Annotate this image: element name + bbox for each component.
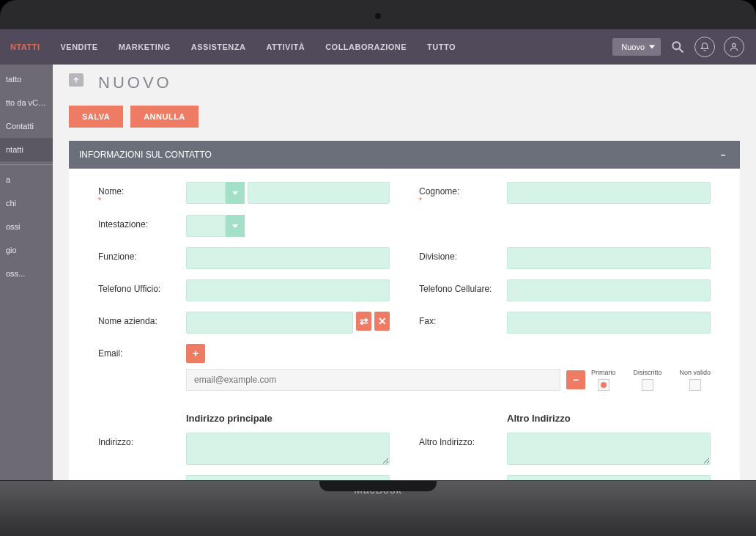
add-email-icon[interactable]: + xyxy=(186,344,205,363)
sidebar-recent-0[interactable]: a xyxy=(0,168,53,191)
notifications-icon[interactable] xyxy=(694,37,715,57)
laptop-base: MacBook xyxy=(0,480,756,536)
label-azienda: Nome azienda: xyxy=(98,312,186,326)
label-email: Email: xyxy=(98,344,186,359)
intestazione-dropdown-icon[interactable] xyxy=(226,215,245,237)
label-cognome: Cognome:* xyxy=(419,182,507,205)
salutation-dropdown-icon[interactable] xyxy=(226,182,245,204)
sidebar-item-tatto[interactable]: tatto xyxy=(0,67,53,91)
divisione-input[interactable] xyxy=(507,247,711,269)
svg-point-2 xyxy=(733,43,736,47)
svg-point-0 xyxy=(672,42,680,49)
label-disiscritto: Disiscritto xyxy=(633,369,662,376)
camera-dot xyxy=(375,13,381,19)
label-primario: Primario xyxy=(591,369,616,376)
page-title: NUOVO xyxy=(98,73,740,92)
intestazione-select[interactable] xyxy=(186,215,226,237)
nav-attivita[interactable]: ATTIVITÀ xyxy=(256,29,315,65)
heading-indirizzo-principale: Indirizzo principale xyxy=(186,413,390,424)
azienda-input[interactable] xyxy=(186,312,353,334)
label-intestazione: Intestazione: xyxy=(98,215,186,230)
contact-info-panel: INFORMAZIONI SUL CONTATTO – Nome:* xyxy=(69,141,740,480)
sidebar-recent-1[interactable]: chi xyxy=(0,191,53,215)
user-icon[interactable] xyxy=(724,37,744,57)
azienda-swap-icon[interactable]: ⇄ xyxy=(356,312,371,331)
email-input[interactable] xyxy=(186,369,560,391)
remove-email-icon[interactable]: − xyxy=(566,370,585,389)
label-divisione: Divisione: xyxy=(419,247,507,262)
indirizzo-textarea[interactable] xyxy=(186,433,390,465)
nav-tutto[interactable]: TUTTO xyxy=(417,29,466,65)
cognome-input[interactable] xyxy=(507,182,711,204)
sidebar-recent-4[interactable]: oss... xyxy=(0,262,53,285)
sidebar-divider xyxy=(0,164,53,165)
cancel-button[interactable]: ANNULLA xyxy=(130,106,199,128)
label-fax: Fax: xyxy=(419,312,507,326)
share-icon[interactable] xyxy=(69,73,84,87)
radio-primario[interactable] xyxy=(598,379,609,391)
azienda-clear-icon[interactable]: ✕ xyxy=(374,312,390,331)
salutation-select[interactable] xyxy=(186,182,226,204)
nav-contatti[interactable]: NTATTI xyxy=(0,29,50,65)
funzione-input[interactable] xyxy=(186,247,390,269)
heading-altro-indirizzo: Altro Indirizzo xyxy=(507,413,711,424)
label-comune-2: Comune: xyxy=(419,475,507,480)
svg-line-1 xyxy=(680,49,683,53)
collapse-icon[interactable]: – xyxy=(716,148,730,161)
nav-vendite[interactable]: VENDITE xyxy=(50,29,108,65)
label-indirizzo: Indirizzo: xyxy=(98,433,186,447)
label-nome: Nome:* xyxy=(98,182,186,205)
sidebar-item-ntatti[interactable]: ntatti xyxy=(0,138,53,161)
nav-collaborazione[interactable]: COLLABORAZIONE xyxy=(315,29,417,65)
top-nav: NTATTI VENDITE MARKETING ASSISTENZA ATTI… xyxy=(0,29,756,65)
fax-input[interactable] xyxy=(507,312,711,334)
sidebar-recent-2[interactable]: ossi xyxy=(0,215,53,238)
nav-assistenza[interactable]: ASSISTENZA xyxy=(181,29,256,65)
label-altro-indirizzo: Altro Indirizzo: xyxy=(419,433,507,447)
sidebar-recent-3[interactable]: gio xyxy=(0,238,53,262)
tel-cellulare-input[interactable] xyxy=(507,279,711,301)
save-button[interactable]: SALVA xyxy=(69,106,123,128)
sidebar-item-vcard[interactable]: tto da vCard xyxy=(0,91,53,114)
panel-header: INFORMAZIONI SUL CONTATTO – xyxy=(69,141,740,169)
altro-indirizzo-textarea[interactable] xyxy=(507,433,711,465)
search-icon[interactable] xyxy=(670,39,686,55)
nome-input[interactable] xyxy=(248,182,390,204)
comune-2-input[interactable] xyxy=(507,475,711,480)
comune-input[interactable] xyxy=(186,475,390,480)
label-tel-cellulare: Telefono Cellulare: xyxy=(419,279,507,294)
tel-ufficio-input[interactable] xyxy=(186,279,390,301)
checkbox-disiscritto[interactable] xyxy=(642,379,653,391)
label-comune: Comune: xyxy=(98,475,186,480)
sidebar: tatto tto da vCard Contatti ntatti a chi… xyxy=(0,65,53,480)
label-funzione: Funzione: xyxy=(98,247,186,262)
main-content: NUOVO SALVA ANNULLA INFORMAZIONI SUL CON… xyxy=(53,65,756,480)
nav-marketing[interactable]: MARKETING xyxy=(108,29,181,65)
label-tel-ufficio: Telefono Ufficio: xyxy=(98,279,186,294)
label-nonvalido: Non valido xyxy=(679,369,711,376)
checkbox-nonvalido[interactable] xyxy=(689,379,701,391)
new-dropdown-button[interactable]: Nuovo xyxy=(612,38,661,56)
sidebar-item-contatti[interactable]: Contatti xyxy=(0,114,53,138)
panel-title: INFORMAZIONI SUL CONTATTO xyxy=(79,150,212,160)
